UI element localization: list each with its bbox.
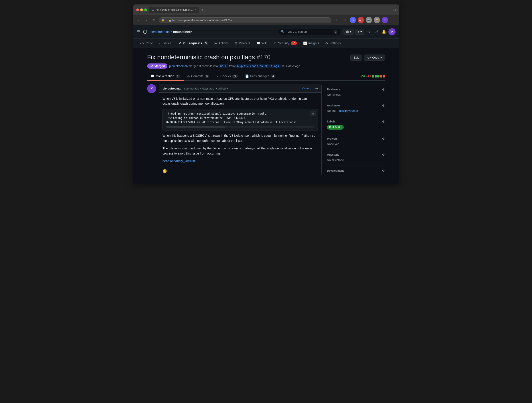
- pr-action-text: merged: [189, 64, 199, 68]
- comment-paragraph-3: The official workaround used by the Deno…: [163, 146, 318, 156]
- comment-link[interactable]: denoland/rusty_v8#1381: [163, 159, 196, 163]
- comment-wrapper: P piercefreeman commented 4 days ago • e…: [147, 84, 322, 175]
- download-icon[interactable]: ⤓: [334, 17, 340, 23]
- minimize-dot[interactable]: [140, 8, 143, 11]
- conversation-tab-icon: 💬: [151, 74, 154, 78]
- actions-icon: ▶: [215, 41, 217, 45]
- browser-addressbar: ‹ › ↻ 🔒 github.com/piercefreeman/mountai…: [133, 15, 399, 25]
- repo-nav-actions[interactable]: ▶ Actions: [211, 39, 232, 48]
- repo-nav-code[interactable]: </> Code: [137, 39, 156, 48]
- files-tab-label: Files changed: [250, 74, 270, 78]
- github-logo[interactable]: ⬡: [143, 29, 147, 35]
- pr-author-link[interactable]: piercefreeman: [169, 64, 188, 68]
- browser-tab[interactable]: ⬡ Fix nondeterministic crash on... ×: [149, 7, 199, 13]
- extension-avatar-1[interactable]: G: [350, 17, 356, 23]
- new-item-button[interactable]: + ▾: [355, 29, 364, 35]
- comment-paragraph-2: When this happens a SIGSEGV is thrown in…: [163, 133, 318, 143]
- repo-nav-projects[interactable]: ⊞ Projects: [232, 39, 253, 48]
- extension-avatar-4[interactable]: 📦: [374, 17, 380, 23]
- forward-button[interactable]: ›: [144, 18, 149, 22]
- sidebar-projects-header: Projects ⚙: [327, 137, 385, 141]
- repo-nav-insights[interactable]: 📈 Insights: [300, 39, 322, 48]
- repo-nav-pull-requests[interactable]: ⎇ Pull requests 5: [175, 39, 211, 48]
- repo-nav-issues[interactable]: ○ Issues: [156, 39, 175, 48]
- repo-nav-security[interactable]: 🛡 Security 10: [271, 39, 300, 48]
- sidebar-labels-value: Full Build: [327, 125, 385, 130]
- assignees-gear-icon[interactable]: ⚙: [382, 104, 385, 107]
- edited-dropdown-icon[interactable]: ▾: [226, 87, 228, 90]
- address-bar[interactable]: 🔒 github.com/piercefreeman/mountaineer/p…: [159, 17, 331, 23]
- diff-bar-4: [380, 75, 382, 77]
- development-gear-icon[interactable]: ⚙: [382, 169, 385, 173]
- pull-requests-nav-icon[interactable]: ⎇: [373, 29, 380, 35]
- repo-nav-settings[interactable]: ⚙ Settings: [322, 39, 344, 48]
- github-page: ☰ ⬡ piercefreeman / mountaineer 🔍 Type /…: [133, 25, 399, 184]
- assign-yourself-link[interactable]: assign yourself: [339, 109, 359, 112]
- code-scrollbar[interactable]: [166, 126, 314, 128]
- notifications-icon[interactable]: 🔔: [381, 29, 387, 35]
- issues-inbox-icon[interactable]: ⊙: [366, 29, 372, 35]
- pr-into-text: into: [213, 64, 219, 68]
- new-tab-button[interactable]: +: [201, 7, 204, 12]
- sidebar-assignees-value: No one—assign yourself: [327, 109, 385, 112]
- comment-author[interactable]: piercefreeman: [163, 87, 182, 90]
- extension-avatar-3[interactable]: 📷: [366, 17, 372, 23]
- code-line-3: 0x00007ffff2f728b1 in v8::internal::Free…: [166, 120, 314, 124]
- edit-button[interactable]: Edit: [350, 55, 362, 61]
- tab-checks[interactable]: ✓ Checks 32: [213, 72, 241, 81]
- sidebar-projects-value: None yet: [327, 142, 385, 146]
- copilot-button[interactable]: 🤖 ▾: [343, 29, 354, 35]
- pr-source-branch[interactable]: bug/fix-crash-on-pku-flags: [235, 64, 280, 68]
- security-icon: 🛡: [273, 41, 277, 45]
- code-icon: </>: [140, 41, 144, 45]
- global-search[interactable]: 🔍 Type / to search /: [278, 29, 340, 35]
- search-placeholder: Type / to search: [286, 30, 307, 33]
- checks-tab-icon: ✓: [216, 74, 219, 78]
- code-line-2: [Switching to Thread 0x7fff69e006c0 (LWP…: [166, 116, 314, 120]
- comment-menu-button[interactable]: •••: [315, 87, 318, 90]
- code-copy-button[interactable]: ⧉: [310, 111, 316, 116]
- browser-titlebar: ⬡ Fix nondeterministic crash on... × + ⊡: [133, 5, 399, 15]
- commits-tab-icon: ⊙: [187, 74, 190, 78]
- breadcrumb-user-link[interactable]: piercefreeman: [150, 30, 170, 34]
- projects-gear-icon[interactable]: ⚙: [382, 137, 385, 141]
- browser-menu-icon[interactable]: ⋮: [390, 17, 396, 23]
- tab-files-changed[interactable]: 📄 Files changed 4: [241, 72, 279, 81]
- tab-conversation[interactable]: 💬 Conversation 0: [147, 72, 184, 81]
- sidebar-milestone-value: No milestone: [327, 158, 385, 162]
- milestone-gear-icon[interactable]: ⚙: [382, 153, 385, 157]
- files-tab-icon: 📄: [245, 74, 249, 78]
- reviewers-gear-icon[interactable]: ⚙: [382, 88, 385, 91]
- extension-avatar-2[interactable]: AB: [358, 17, 364, 23]
- pr-target-branch[interactable]: main: [219, 64, 228, 68]
- pr-time-ago: 4 days ago: [286, 64, 300, 68]
- star-icon[interactable]: ☆: [342, 17, 348, 23]
- merge-icon: ⎇: [150, 64, 153, 68]
- sidebar-labels-header: Labels ⚙: [327, 120, 385, 123]
- tab-commits[interactable]: ⊙ Commits 3: [184, 72, 213, 81]
- code-button[interactable]: </> Code ▾: [364, 55, 385, 61]
- refresh-button[interactable]: ↻: [151, 18, 157, 22]
- breadcrumb-repo-link[interactable]: mountaineer: [173, 30, 192, 34]
- profile-avatar[interactable]: P: [382, 17, 388, 23]
- commits-tab-label: Commits: [191, 74, 203, 78]
- comment-header: piercefreeman commented 4 days ago • edi…: [159, 84, 321, 93]
- close-dot[interactable]: [136, 8, 139, 11]
- back-button[interactable]: ‹: [136, 18, 142, 22]
- hamburger-menu-button[interactable]: ☰: [137, 29, 140, 34]
- sidebar-milestone: Milestone ⚙ No milestone: [327, 149, 385, 166]
- tab-close-button[interactable]: ×: [195, 8, 196, 12]
- user-avatar-nav[interactable]: P: [388, 28, 396, 35]
- sidebar-development-title: Development: [327, 169, 344, 172]
- browser-expand-icon[interactable]: ⊡: [393, 8, 396, 12]
- sidebar-reviewers-title: Reviewers: [327, 88, 340, 91]
- copy-branch-icon[interactable]: ⧉: [282, 64, 284, 68]
- maximize-dot[interactable]: [144, 8, 147, 11]
- repo-nav-wiki[interactable]: 📖 Wiki: [253, 39, 271, 48]
- github-favicon-icon: ⬡: [152, 8, 154, 11]
- pr-icon: ⎇: [178, 41, 181, 45]
- labels-gear-icon[interactable]: ⚙: [382, 120, 385, 123]
- emoji-reaction-button[interactable]: 😊: [163, 169, 167, 173]
- code-block: ⧉ Thread 36 "python" received signal SIG…: [163, 109, 318, 131]
- full-build-label[interactable]: Full Build: [327, 125, 344, 130]
